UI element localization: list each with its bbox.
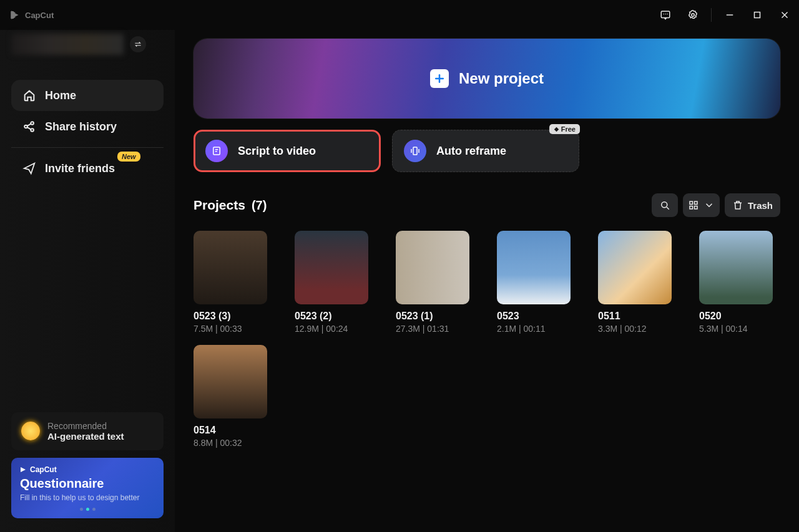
notifications-button[interactable] (654, 3, 677, 27)
project-card[interactable]: 0523 (1)27.3M | 01:31 (396, 231, 469, 334)
capcut-logo-icon (20, 466, 27, 473)
project-thumbnail (497, 231, 571, 304)
project-thumbnail (598, 231, 672, 304)
new-project-button[interactable]: New project (194, 39, 780, 118)
close-button[interactable] (773, 3, 797, 27)
switch-account-button[interactable] (130, 36, 146, 52)
minimize-icon (724, 9, 735, 21)
settings-button[interactable] (681, 3, 705, 27)
recommended-card[interactable]: Recommended AI-generated text (11, 412, 164, 450)
project-meta: 7.5M | 00:33 (194, 324, 267, 334)
send-icon (22, 162, 36, 175)
minimize-button[interactable] (718, 3, 742, 27)
gear-icon (687, 9, 699, 21)
project-name: 0523 (497, 311, 571, 322)
chevron-down-icon (703, 200, 715, 211)
svg-point-18 (662, 202, 667, 208)
project-meta: 8.8M | 00:32 (194, 438, 267, 448)
new-badge: New (117, 152, 140, 162)
maximize-icon (752, 9, 763, 21)
svg-point-2 (692, 14, 695, 17)
trash-button[interactable]: Trash (725, 193, 780, 217)
sidebar-item-invite[interactable]: Invite friends New (11, 153, 164, 184)
capcut-logo-icon (10, 9, 21, 21)
sidebar-item-share-history[interactable]: Share history (11, 111, 164, 142)
trash-label: Trash (748, 200, 773, 211)
brand-logo: CapCut (10, 9, 54, 21)
share-icon (22, 120, 36, 133)
recommended-feature: AI-generated text (47, 431, 124, 442)
diamond-icon (554, 127, 559, 132)
script-to-video-card[interactable]: Script to video (194, 130, 381, 172)
project-card[interactable]: 0523 (2)12.9M | 00:24 (295, 231, 368, 334)
project-name: 0523 (1) (396, 311, 469, 322)
free-badge: Free (549, 124, 580, 134)
close-icon (779, 9, 790, 21)
project-meta: 12.9M | 00:24 (295, 324, 368, 334)
promo-title: Questionnaire (20, 476, 155, 491)
projects-title: Projects (194, 198, 245, 213)
trash-icon (732, 200, 743, 211)
project-meta: 2.1M | 00:11 (497, 324, 571, 334)
home-icon (22, 89, 36, 102)
project-name: 0514 (194, 425, 267, 436)
svg-rect-21 (694, 201, 697, 205)
promo-card[interactable]: CapCut Questionnaire Fill in this to hel… (11, 458, 164, 518)
project-name: 0523 (2) (295, 311, 368, 322)
sidebar-item-label: Invite friends (45, 162, 115, 175)
project-name: 0523 (3) (194, 311, 267, 322)
promo-desc: Fill in this to help us to design better (20, 493, 155, 503)
sidebar-item-home[interactable]: Home (11, 80, 164, 111)
sidebar-divider (11, 147, 164, 148)
svg-rect-15 (413, 147, 417, 155)
project-meta: 3.3M | 00:12 (598, 324, 672, 334)
project-meta: 5.3M | 00:14 (699, 324, 773, 334)
svg-line-11 (27, 127, 31, 130)
project-card[interactable]: 05113.3M | 00:12 (598, 231, 672, 334)
projects-count: (7) (252, 198, 267, 213)
project-card[interactable]: 05232.1M | 00:11 (497, 231, 571, 334)
script-label: Script to video (238, 145, 316, 158)
chat-icon (660, 9, 671, 21)
lightbulb-icon (21, 422, 40, 440)
reframe-icon (404, 140, 426, 162)
account-name-blurred (11, 34, 124, 55)
new-project-label: New project (459, 70, 544, 87)
svg-rect-20 (690, 201, 693, 205)
project-thumbnail (194, 231, 267, 304)
project-thumbnail (699, 231, 773, 304)
project-thumbnail (194, 345, 267, 418)
svg-rect-4 (755, 12, 760, 18)
swap-icon (134, 40, 142, 49)
svg-rect-23 (694, 206, 697, 210)
titlebar-separator (711, 8, 712, 22)
project-name: 0520 (699, 311, 773, 322)
search-projects-button[interactable] (652, 193, 678, 217)
project-name: 0511 (598, 311, 672, 322)
brand-label: CapCut (25, 11, 54, 20)
reframe-label: Auto reframe (436, 145, 506, 158)
project-meta: 27.3M | 01:31 (396, 324, 469, 334)
svg-rect-22 (690, 206, 693, 210)
svg-line-19 (667, 207, 669, 210)
promo-brand: CapCut (20, 465, 155, 474)
view-toggle-button[interactable] (683, 193, 720, 217)
maximize-button[interactable] (745, 3, 769, 27)
grid-icon (688, 200, 699, 211)
sidebar-item-label: Share history (45, 120, 117, 133)
project-card[interactable]: 05205.3M | 00:14 (699, 231, 773, 334)
sidebar-item-label: Home (45, 89, 76, 102)
script-icon (205, 140, 228, 162)
recommended-label: Recommended (47, 421, 124, 431)
svg-line-10 (27, 123, 31, 126)
project-card[interactable]: 05148.8M | 00:32 (194, 345, 267, 448)
plus-icon (430, 69, 449, 88)
project-thumbnail (396, 231, 469, 304)
promo-pagination (20, 508, 155, 511)
auto-reframe-card[interactable]: Free Auto reframe (392, 130, 579, 172)
search-icon (659, 200, 670, 211)
project-card[interactable]: 0523 (3)7.5M | 00:33 (194, 231, 267, 334)
project-thumbnail (295, 231, 368, 304)
